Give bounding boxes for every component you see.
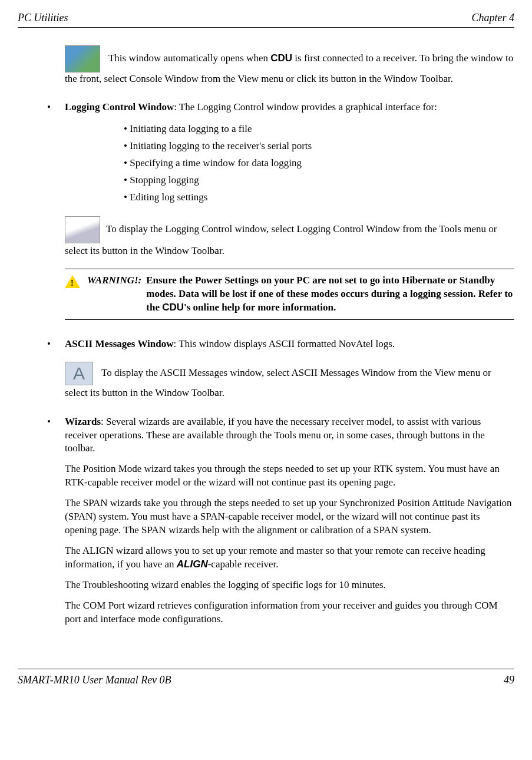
page-header: PC Utilities Chapter 4 [18, 11, 514, 28]
bullet-body: ASCII Messages Window: This window displ… [65, 338, 514, 351]
list-item: • Specifying a time window for data logg… [124, 157, 514, 170]
ascii-title: ASCII Messages Window [65, 338, 174, 349]
wizards-p5: The COM Port wizard retrieves configurat… [65, 599, 514, 626]
header-left: PC Utilities [18, 11, 68, 25]
warning-text: Ensure the Power Settings on your PC are… [146, 274, 514, 315]
logging-sub-bullets: • Initiating data logging to a file • In… [124, 123, 514, 204]
bullet-body: Wizards: Several wizards are available, … [65, 415, 514, 633]
warning-row: WARNING!: Ensure the Power Settings on y… [87, 274, 514, 315]
footer-right: 49 [504, 673, 514, 687]
logging-desc: : The Logging Control window provides a … [174, 101, 437, 113]
logging-icon [65, 216, 100, 243]
wizards-intro: Wizards: Several wizards are available, … [65, 415, 514, 456]
bullet-marker: • [47, 101, 65, 114]
bullet-body: Logging Control Window: The Logging Cont… [65, 101, 514, 114]
warning-icon-col [65, 274, 87, 315]
cdu-term: CDU [162, 302, 184, 313]
text: -capable receiver. [208, 559, 279, 570]
text: To display the Logging Control window, s… [65, 223, 497, 256]
cdu-term: CDU [270, 52, 292, 64]
align-term: ALIGN [177, 559, 208, 570]
bullet-marker: • [47, 415, 65, 633]
bullet-marker: • [47, 338, 65, 351]
list-item: • Initiating logging to the receiver's s… [124, 140, 514, 153]
wizards-bullet: • Wizards: Several wizards are available… [47, 415, 514, 633]
ascii-a-icon: A [65, 362, 93, 385]
wizards-title: Wizards [65, 416, 101, 427]
list-item: • Initiating data logging to a file [124, 123, 514, 136]
list-item: • Editing log settings [124, 191, 514, 204]
novatel-icon [65, 45, 100, 72]
text: 's online help for more information. [184, 302, 336, 313]
logging-title: Logging Control Window [65, 101, 174, 113]
page-footer: SMART-MR10 User Manual Rev 0B 49 [18, 669, 514, 687]
ascii-tool-paragraph: A To display the ASCII Messages window, … [65, 362, 514, 401]
warning-label: WARNING!: [87, 274, 146, 315]
wizards-p1: The Position Mode wizard takes you throu… [65, 462, 514, 490]
text: This window automatically opens when [106, 52, 270, 64]
wizards-p2: The SPAN wizards take you through the st… [65, 497, 514, 537]
warning-block: WARNING!: Ensure the Power Settings on y… [65, 269, 514, 320]
content-area: This window automatically opens when CDU… [65, 45, 514, 633]
ascii-bullet: • ASCII Messages Window: This window dis… [47, 338, 514, 351]
list-item: • Stopping logging [124, 174, 514, 187]
warning-icon [65, 275, 80, 288]
text: To display the ASCII Messages window, se… [65, 367, 491, 398]
header-right: Chapter 4 [471, 11, 514, 25]
ascii-desc: : This window displays ASCII formatted N… [174, 338, 395, 349]
wizards-desc: : Several wizards are available, if you … [65, 416, 485, 454]
logging-bullet: • Logging Control Window: The Logging Co… [47, 101, 514, 114]
logging-tool-paragraph: To display the Logging Control window, s… [65, 216, 514, 259]
wizards-p3: The ALIGN wizard allows you to set up yo… [65, 544, 514, 571]
console-window-paragraph: This window automatically opens when CDU… [65, 45, 514, 86]
footer-left: SMART-MR10 User Manual Rev 0B [18, 673, 171, 687]
wizards-p4: The Troubleshooting wizard enables the l… [65, 579, 514, 592]
